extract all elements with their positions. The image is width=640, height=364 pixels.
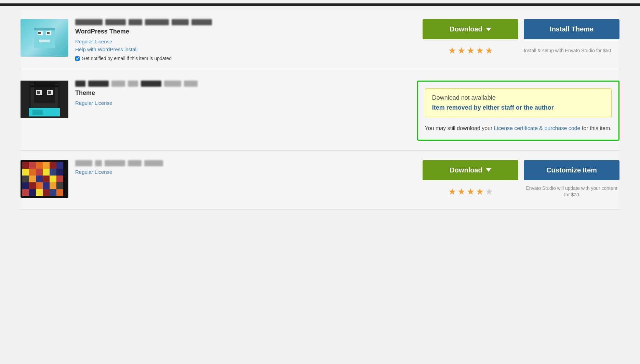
- star-3: ★: [467, 45, 475, 56]
- item1-download-button[interactable]: Download: [423, 19, 518, 39]
- item3-customize-button[interactable]: Customize Item: [524, 160, 619, 180]
- star-1: ★: [448, 45, 456, 56]
- star-4: ★: [476, 45, 484, 56]
- star-2: ★: [457, 45, 465, 56]
- item1-help-link[interactable]: Help with WordPress install: [75, 46, 416, 52]
- svg-rect-13: [48, 91, 51, 94]
- item3-stars: ★ ★ ★ ★ ★: [423, 184, 518, 200]
- svg-rect-4: [47, 32, 50, 34]
- svg-rect-31: [22, 176, 29, 182]
- blur-block: [105, 160, 125, 166]
- svg-rect-39: [36, 182, 43, 189]
- star-3: ★: [467, 186, 475, 197]
- blur-block: [184, 81, 198, 87]
- svg-rect-17: [31, 85, 58, 87]
- svg-rect-28: [43, 169, 50, 176]
- svg-rect-38: [29, 182, 36, 189]
- blur-block: [75, 160, 92, 166]
- svg-rect-0: [34, 28, 55, 48]
- svg-rect-30: [56, 169, 63, 176]
- item1-studio-text: Install & setup with Envato Studio for $…: [524, 47, 611, 54]
- star-2: ★: [457, 186, 465, 197]
- top-bar: [0, 3, 640, 6]
- svg-rect-35: [50, 176, 56, 182]
- not-available-box: Download not available Item removed by e…: [425, 88, 612, 117]
- svg-rect-23: [50, 162, 56, 169]
- blur-block: [164, 81, 181, 87]
- blur-block: [172, 19, 189, 25]
- item1-info: WordPress Theme Regular License Help wit…: [75, 19, 416, 61]
- svg-rect-20: [29, 162, 36, 169]
- blur-block: [144, 160, 163, 166]
- blur-block: [141, 81, 161, 87]
- item3-stars-row: ★ ★ ★ ★ ★ Envato Studio will update with…: [423, 184, 619, 200]
- blur-block: [105, 19, 126, 25]
- svg-rect-5: [39, 40, 50, 42]
- still-download-text: You may still download your License cert…: [425, 124, 612, 133]
- star-5: ★: [485, 45, 493, 56]
- item3-thumbnail: [21, 160, 68, 198]
- svg-rect-12: [37, 91, 40, 94]
- blur-block: [75, 81, 85, 87]
- svg-rect-27: [36, 169, 43, 176]
- license-cert-link[interactable]: License certificate & purchase code: [494, 125, 581, 131]
- item2-title-blurred: [75, 81, 410, 87]
- item1-type: WordPress Theme: [75, 28, 416, 35]
- blur-block: [128, 81, 138, 87]
- item3-title-blurred: [75, 160, 416, 166]
- svg-rect-32: [29, 176, 36, 182]
- svg-rect-22: [43, 162, 50, 169]
- svg-rect-45: [36, 189, 43, 196]
- svg-rect-33: [36, 176, 43, 182]
- blur-block: [88, 81, 109, 87]
- item2-removed-box: Download not available Item removed by e…: [417, 81, 619, 141]
- item3-action-row: Download Customize Item: [423, 160, 619, 180]
- item1-action-row: Download Install Theme: [423, 19, 619, 39]
- svg-rect-44: [29, 189, 36, 196]
- svg-rect-34: [43, 176, 50, 182]
- svg-rect-6: [34, 28, 55, 30]
- svg-rect-47: [50, 189, 56, 196]
- svg-rect-42: [56, 182, 63, 189]
- item1-install-button[interactable]: Install Theme: [524, 19, 619, 39]
- item-row-1: WordPress Theme Regular License Help wit…: [21, 10, 619, 71]
- svg-rect-48: [56, 189, 63, 196]
- svg-rect-40: [43, 182, 50, 189]
- not-available-reason: Item removed by either staff or the auth…: [432, 104, 604, 111]
- item1-license-link[interactable]: Regular License: [75, 39, 416, 44]
- svg-rect-29: [50, 169, 56, 176]
- svg-rect-43: [22, 189, 29, 196]
- item2-license-link[interactable]: Regular License: [75, 100, 410, 106]
- svg-rect-25: [22, 169, 29, 176]
- item3-license-link[interactable]: Regular License: [75, 169, 416, 175]
- svg-rect-3: [38, 32, 41, 34]
- svg-rect-26: [29, 169, 36, 176]
- item2-thumbnail: [21, 81, 68, 118]
- item1-thumbnail: [21, 19, 68, 57]
- page-container: WordPress Theme Regular License Help wit…: [0, 0, 640, 213]
- item3-actions: Download Customize Item ★ ★ ★ ★ ★ Envato…: [423, 160, 619, 200]
- item3-info: Regular License: [75, 160, 416, 177]
- item1-title-blurred: [75, 19, 416, 25]
- item3-download-button[interactable]: Download: [423, 160, 518, 180]
- svg-rect-37: [22, 182, 29, 189]
- svg-rect-46: [43, 189, 50, 196]
- item1-notify-label[interactable]: Get notified by email if this item is up…: [75, 56, 416, 61]
- star-4: ★: [476, 186, 484, 197]
- download-arrow-icon: [486, 28, 491, 31]
- not-available-title: Download not available: [432, 94, 604, 101]
- item2-info: Theme Regular License: [75, 81, 410, 108]
- star-1: ★: [448, 186, 456, 197]
- item1-stars: ★ ★ ★ ★ ★: [423, 43, 518, 59]
- blur-block: [128, 160, 142, 166]
- item1-stars-row: ★ ★ ★ ★ ★ Install & setup with Envato St…: [423, 43, 611, 59]
- svg-rect-19: [22, 162, 29, 169]
- svg-rect-21: [36, 162, 43, 169]
- svg-rect-41: [50, 182, 56, 189]
- blur-block: [95, 160, 102, 166]
- blur-block: [75, 19, 103, 25]
- item1-notify-checkbox[interactable]: [75, 56, 80, 61]
- star-5: ★: [485, 186, 493, 197]
- blur-block: [145, 19, 169, 25]
- svg-rect-15: [32, 110, 43, 115]
